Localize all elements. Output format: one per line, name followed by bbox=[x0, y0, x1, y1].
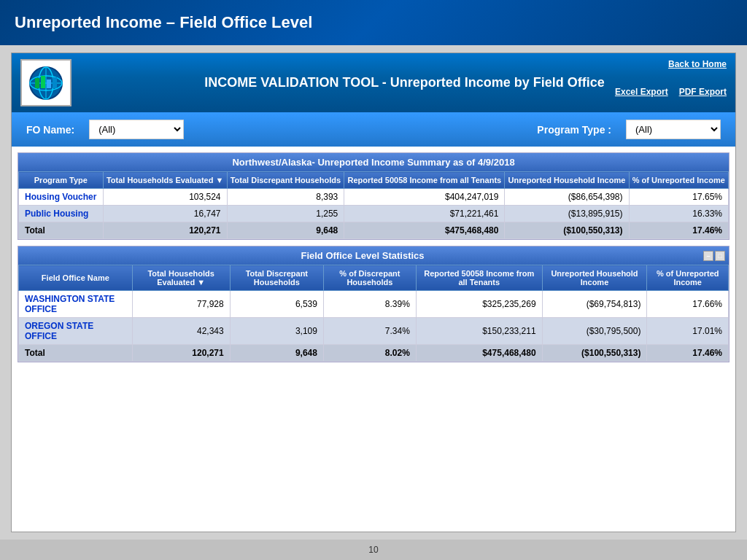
header-links: Back to Home Excel Export PDF Export bbox=[615, 59, 727, 97]
svg-rect-8 bbox=[53, 77, 57, 88]
cell-reported-50058: $404,247,019 bbox=[344, 189, 505, 206]
col-unreported-income: Unreported Household Income bbox=[505, 172, 629, 189]
cell-pct-unreported: 17.01% bbox=[647, 318, 729, 345]
cell-unreported-income: ($100,550,313) bbox=[505, 222, 629, 239]
table-row: OREGON STATE OFFICE 42,343 3,109 7.34% $… bbox=[19, 318, 729, 345]
cell-reported-50058: $150,233,211 bbox=[416, 318, 542, 345]
col-program-type: Program Type bbox=[19, 172, 104, 189]
window-controls: – □ bbox=[703, 251, 725, 261]
summary-section-title: Northwest/Alaska- Unreported Income Summ… bbox=[18, 153, 729, 171]
page-number: 10 bbox=[368, 545, 378, 555]
table-row: Public Housing 16,747 1,255 $71,221,461 … bbox=[19, 206, 729, 222]
cell-total-households: 16,747 bbox=[103, 206, 227, 222]
cell-total-discrepant: 1,255 bbox=[227, 206, 344, 222]
stats-section-title: Field Office Level Statistics bbox=[22, 250, 703, 261]
fo-name-select[interactable]: (All) bbox=[89, 120, 184, 139]
logo-box bbox=[20, 59, 71, 106]
cell-pct-unreported: 16.33% bbox=[629, 206, 728, 222]
cell-total-discrepant: 8,393 bbox=[227, 189, 344, 206]
cell-unreported-income: ($100,550,313) bbox=[542, 345, 647, 362]
summary-table: Program Type Total Households Evaluated … bbox=[18, 171, 729, 239]
page-title: Unreported Income – Field Office Level bbox=[15, 13, 312, 31]
maximize-button[interactable]: □ bbox=[715, 251, 725, 261]
cell-pct-discrepant: 8.02% bbox=[323, 345, 416, 362]
card: INCOME VALIDATION TOOL - Unreported Inco… bbox=[11, 52, 736, 532]
stats-col-field-office: Field Office Name bbox=[19, 265, 133, 291]
page-number-bar: 10 bbox=[0, 540, 747, 560]
cell-reported-50058: $325,235,269 bbox=[416, 291, 542, 318]
cell-reported-50058: $475,468,480 bbox=[344, 222, 505, 239]
cell-total-households: 77,928 bbox=[132, 291, 230, 318]
fo-name-label: FO Name: bbox=[26, 124, 74, 136]
cell-total-discrepant: 9,648 bbox=[227, 222, 344, 239]
col-total-discrepant: Total Discrepant Households bbox=[227, 172, 344, 189]
cell-unreported-income: ($13,895,915) bbox=[505, 206, 629, 222]
stats-col-reported-50058: Reported 50058 Income from all Tenants bbox=[416, 265, 542, 291]
stats-col-pct-discrepant: % of Discrepant Households bbox=[323, 265, 416, 291]
svg-rect-6 bbox=[41, 76, 45, 88]
cell-unreported-income: ($30,795,500) bbox=[542, 318, 647, 345]
table-row: WASHINGTON STATE OFFICE 77,928 6,539 8.3… bbox=[19, 291, 729, 318]
cell-unreported-income: ($86,654,398) bbox=[505, 189, 629, 206]
table-row: Housing Voucher 103,524 8,393 $404,247,0… bbox=[19, 189, 729, 206]
excel-export-link[interactable]: Excel Export bbox=[615, 87, 668, 97]
cell-unreported-income: ($69,754,813) bbox=[542, 291, 647, 318]
cell-total-households: 120,271 bbox=[103, 222, 227, 239]
program-type-label: Program Type : bbox=[537, 124, 611, 136]
cell-program-type: Total bbox=[19, 222, 104, 239]
cell-total-discrepant: 6,539 bbox=[230, 291, 323, 318]
stats-table: Field Office Name Total Households Evalu… bbox=[18, 265, 729, 362]
table-row: Total 120,271 9,648 $475,468,480 ($100,5… bbox=[19, 222, 729, 239]
cell-program-type: Public Housing bbox=[19, 206, 104, 222]
cell-total-discrepant: 3,109 bbox=[230, 318, 323, 345]
stats-header: Field Office Level Statistics – □ bbox=[18, 246, 729, 265]
minimize-button[interactable]: – bbox=[703, 251, 713, 261]
col-reported-50058: Reported 50058 Income from all Tenants bbox=[344, 172, 505, 189]
cell-total-households: 103,524 bbox=[103, 189, 227, 206]
cell-pct-unreported: 17.65% bbox=[629, 189, 728, 206]
table-row: Total 120,271 9,648 8.02% $475,468,480 (… bbox=[19, 345, 729, 362]
cell-pct-unreported: 17.46% bbox=[647, 345, 729, 362]
cell-total-discrepant: 9,648 bbox=[230, 345, 323, 362]
cell-field-office: Total bbox=[19, 345, 133, 362]
tool-header: INCOME VALIDATION TOOL - Unreported Inco… bbox=[12, 53, 735, 112]
stats-section: Field Office Level Statistics – □ Field … bbox=[18, 246, 729, 362]
cell-program-type: Housing Voucher bbox=[19, 189, 104, 206]
cell-total-households: 42,343 bbox=[132, 318, 230, 345]
summary-section: Northwest/Alaska- Unreported Income Summ… bbox=[18, 152, 729, 240]
cell-pct-discrepant: 7.34% bbox=[323, 318, 416, 345]
svg-rect-7 bbox=[47, 79, 51, 88]
cell-total-households: 120,271 bbox=[132, 345, 230, 362]
stats-col-total-discrepant: Total Discrepant Households bbox=[230, 265, 323, 291]
cell-reported-50058: $475,468,480 bbox=[416, 345, 542, 362]
cell-pct-unreported: 17.46% bbox=[629, 222, 728, 239]
cell-reported-50058: $71,221,461 bbox=[344, 206, 505, 222]
cell-field-office: WASHINGTON STATE OFFICE bbox=[19, 291, 133, 318]
logo-icon bbox=[28, 65, 64, 101]
col-pct-unreported: % of Unreported Income bbox=[629, 172, 728, 189]
stats-col-unreported-income: Unreported Household Income bbox=[542, 265, 647, 291]
pdf-export-link[interactable]: PDF Export bbox=[679, 87, 727, 97]
stats-col-pct-unreported: % of Unreported Income bbox=[647, 265, 729, 291]
col-total-households: Total Households Evaluated ▼ bbox=[103, 172, 227, 189]
program-type-select[interactable]: (All) bbox=[626, 120, 721, 139]
svg-rect-5 bbox=[35, 78, 39, 88]
cell-field-office: OREGON STATE OFFICE bbox=[19, 318, 133, 345]
cell-pct-unreported: 17.66% bbox=[647, 291, 729, 318]
filter-bar: FO Name: (All) Program Type : (All) bbox=[12, 112, 735, 147]
title-bar: Unreported Income – Field Office Level bbox=[0, 0, 747, 45]
cell-pct-discrepant: 8.39% bbox=[323, 291, 416, 318]
back-to-home-link[interactable]: Back to Home bbox=[668, 59, 727, 69]
main-content: INCOME VALIDATION TOOL - Unreported Inco… bbox=[0, 45, 747, 540]
stats-col-total-households: Total Households Evaluated ▼ bbox=[132, 265, 230, 291]
